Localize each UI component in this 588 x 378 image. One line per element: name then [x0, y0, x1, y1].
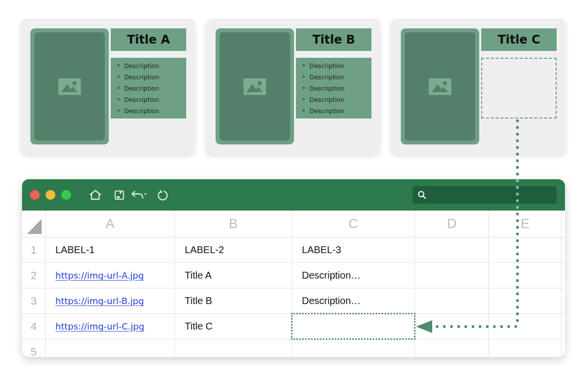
sheet-row-3: 3https://img-url-B.jpgTitle BDescription…: [22, 288, 565, 314]
card-title: Title C: [498, 33, 540, 47]
cell-D2[interactable]: [415, 263, 489, 288]
image-placeholder: [401, 28, 479, 144]
row-number-1[interactable]: 1: [22, 237, 46, 263]
cell-B2[interactable]: Title A: [175, 263, 292, 288]
cell-B5[interactable]: [175, 339, 292, 357]
search-icon: [417, 190, 427, 200]
bullet-asterisk: *: [302, 108, 305, 115]
save-icon: [114, 190, 124, 200]
slide-card: Title A *Description*Description*Descrip…: [21, 19, 195, 154]
link-A3[interactable]: https://img-url-B.jpg: [55, 296, 144, 306]
close-button[interactable]: [30, 190, 40, 200]
cell-E3[interactable]: [489, 288, 562, 314]
cell-C2[interactable]: Description…: [292, 263, 415, 288]
cell-B1[interactable]: LABEL-2: [175, 237, 292, 263]
row-filler: [562, 263, 565, 288]
bullet-asterisk: *: [302, 63, 305, 70]
bullet-asterisk: *: [117, 86, 120, 92]
cell-text-B3: Title B: [185, 295, 212, 307]
search-box[interactable]: [413, 186, 557, 204]
column-header-C[interactable]: C: [292, 211, 415, 237]
sheet-grid: ABCDE1LABEL-1LABEL-2LABEL-32https://img-…: [22, 211, 565, 357]
description-line: *Description: [302, 62, 368, 73]
home-icon: [89, 189, 102, 201]
row-number-2[interactable]: 2: [22, 263, 46, 288]
cell-A1[interactable]: LABEL-1: [46, 237, 175, 263]
arrowhead-left-icon: [416, 320, 432, 333]
cell-A2[interactable]: https://img-url-A.jpg: [46, 263, 175, 288]
cell-E1[interactable]: [489, 237, 562, 263]
description-box: *Description*Description*Description*Des…: [296, 58, 371, 118]
cell-E2[interactable]: [489, 263, 562, 288]
image-icon: [244, 78, 266, 95]
cell-A5[interactable]: [46, 339, 175, 357]
bullet-asterisk: *: [117, 108, 120, 115]
select-all-corner[interactable]: [22, 211, 46, 237]
description-text: Description: [124, 85, 159, 92]
connector-horizontal-dotted-line: [433, 325, 519, 328]
home-button[interactable]: [89, 189, 102, 201]
cell-C4[interactable]: [292, 314, 415, 339]
spreadsheet-window: ABCDE1LABEL-1LABEL-2LABEL-32https://img-…: [22, 179, 565, 357]
card-title-bar: Title B: [296, 28, 371, 51]
search-input[interactable]: [431, 190, 557, 200]
description-line: *Description: [302, 107, 368, 118]
cell-B4[interactable]: Title C: [175, 314, 292, 339]
description-line: *Description: [302, 73, 368, 85]
description-text: Description: [124, 96, 159, 103]
redo-button[interactable]: [157, 189, 168, 201]
description-text: Description: [310, 96, 344, 103]
bullet-asterisk: *: [302, 86, 305, 92]
cell-B3[interactable]: Title B: [175, 288, 292, 314]
description-line: *Description: [117, 73, 183, 85]
cell-D5[interactable]: [415, 339, 489, 357]
row-number-4[interactable]: 4: [22, 314, 46, 339]
row-number-3[interactable]: 3: [22, 288, 46, 314]
description-line: *Description: [117, 96, 183, 107]
connector-toolbar-overlay: [516, 179, 519, 211]
bullet-asterisk: *: [117, 63, 120, 70]
redo-icon: [157, 189, 168, 201]
save-button[interactable]: [114, 190, 124, 200]
row-number-5[interactable]: 5: [22, 339, 46, 357]
image-icon: [429, 78, 451, 95]
minimize-button[interactable]: [46, 190, 55, 200]
cell-D1[interactable]: [415, 237, 489, 263]
column-header-filler: [562, 211, 565, 237]
column-header-D[interactable]: D: [415, 211, 489, 237]
link-A4[interactable]: https://img-url-C.jpg: [55, 321, 144, 331]
slide-card: Title C: [391, 19, 565, 154]
sheet-row-1: 1LABEL-1LABEL-2LABEL-3: [22, 237, 565, 263]
slide-card: Title B *Description*Description*Descrip…: [206, 19, 380, 154]
cell-C1[interactable]: LABEL-3: [292, 237, 415, 263]
cell-E5[interactable]: [489, 339, 562, 357]
card-title: Title B: [312, 33, 355, 47]
window-toolbar: [22, 179, 565, 211]
row-filler: [562, 237, 565, 263]
column-header-B[interactable]: B: [175, 211, 292, 237]
undo-icon: [131, 190, 147, 199]
link-A2[interactable]: https://img-url-A.jpg: [55, 270, 144, 281]
cell-C3[interactable]: Description…: [292, 288, 415, 314]
description-text: Description: [310, 107, 344, 115]
column-header-E[interactable]: E: [489, 211, 562, 237]
description-line: *Description: [117, 62, 183, 73]
cell-text-B2: Title A: [185, 270, 212, 281]
description-text: Description: [124, 107, 159, 115]
cell-text-C1: LABEL-3: [302, 244, 341, 256]
undo-button[interactable]: [131, 190, 147, 199]
zoom-button[interactable]: [61, 190, 71, 200]
bullet-asterisk: *: [117, 74, 120, 81]
card-title-bar: Title A: [111, 28, 186, 51]
description-text: Description: [124, 62, 159, 70]
image-placeholder: [30, 28, 109, 144]
cell-C5[interactable]: [292, 339, 415, 357]
cell-A3[interactable]: https://img-url-B.jpg: [46, 288, 175, 314]
cell-A4[interactable]: https://img-url-C.jpg: [46, 314, 175, 339]
cell-D3[interactable]: [415, 288, 489, 314]
cards-row: Title A *Description*Description*Descrip…: [21, 19, 565, 154]
column-header-A[interactable]: A: [46, 211, 175, 237]
card-title: Title A: [127, 33, 170, 47]
image-placeholder-inner: [220, 32, 290, 141]
bullet-asterisk: *: [302, 97, 305, 103]
